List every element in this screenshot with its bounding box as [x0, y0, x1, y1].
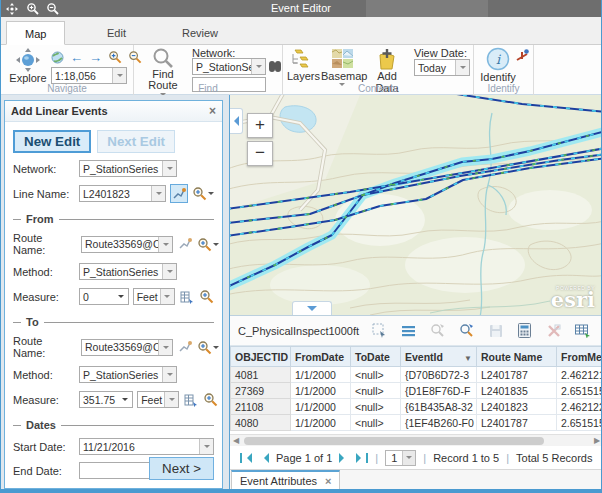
column-header[interactable]: OBJECTID: [231, 347, 291, 367]
column-header[interactable]: ToDate: [351, 347, 401, 367]
page-select-combobox[interactable]: 1: [385, 450, 416, 466]
map-zoom-in-button[interactable]: +: [247, 113, 273, 138]
explore-button[interactable]: Explore: [9, 48, 47, 84]
table-row[interactable]: 273691/1/2000<null>{D1E8F76D-FL24018352.…: [231, 383, 602, 399]
to-select-route-button[interactable]: [177, 338, 193, 357]
to-unit-combobox[interactable]: Feet: [137, 391, 179, 408]
ribbon-network-dropdown-arrow[interactable]: [251, 59, 265, 74]
pan-to-selected-icon[interactable]: [458, 322, 475, 339]
table-row[interactable]: 40811/1/2000<null>{D70B6D72-3L24017872.4…: [231, 367, 602, 383]
back-arrow-icon[interactable]: ←: [70, 51, 83, 64]
to-measure-zoom-button[interactable]: [203, 392, 218, 407]
to-zoom-menu-button[interactable]: [197, 340, 219, 355]
table-row[interactable]: 40801/1/2000<null>{1EF4B260-F0L24017872.…: [231, 415, 602, 431]
view-date-combobox[interactable]: Today: [414, 59, 470, 76]
line-name-dropdown-arrow[interactable]: [151, 186, 165, 201]
view-date-dropdown-arrow[interactable]: [455, 60, 469, 75]
show-selected-icon[interactable]: [400, 322, 417, 339]
from-route-name-combobox[interactable]: Route33569@Centb: [81, 236, 173, 253]
network-dropdown-arrow[interactable]: [162, 161, 176, 176]
new-edit-button[interactable]: New Edit: [13, 130, 91, 153]
table-cell: 27369: [231, 383, 291, 399]
to-route-name-combobox[interactable]: Route33569@Centb: [81, 339, 173, 356]
tab-edit[interactable]: Edit: [89, 21, 144, 45]
from-route-name-dropdown-arrow[interactable]: [158, 237, 172, 252]
from-zoom-menu-button[interactable]: [197, 237, 219, 252]
next-button[interactable]: Next >: [149, 457, 214, 480]
identify-route-icon[interactable]: [516, 49, 529, 62]
save-icon[interactable]: [487, 322, 504, 339]
collapse-table-button[interactable]: [292, 301, 332, 315]
map-zoom-out-button[interactable]: −: [247, 141, 273, 166]
to-pick-measure-button[interactable]: [183, 390, 199, 409]
to-measure-dropdown-arrow[interactable]: [118, 392, 132, 407]
ribbon-network-combobox[interactable]: P_StationSeries: [192, 58, 266, 75]
select-line-on-map-button[interactable]: [170, 184, 188, 203]
layers-button[interactable]: Layers: [287, 48, 317, 82]
globe-icon[interactable]: [51, 51, 64, 64]
column-header[interactable]: Route Name: [477, 347, 557, 367]
sort-arrow-icon[interactable]: ▼: [464, 354, 472, 363]
scale-dropdown-arrow[interactable]: [112, 68, 126, 83]
table-hscrollbar[interactable]: ◀ ▶: [230, 434, 602, 446]
table-cell: 2.462121: [557, 367, 602, 383]
to-method-combobox[interactable]: P_StationSeries: [79, 366, 177, 383]
ribbon-zoom-in-icon[interactable]: [108, 50, 122, 64]
tab-event-attributes[interactable]: Event Attributes ×: [231, 470, 340, 490]
identify-button[interactable]: i Identify: [480, 47, 516, 83]
prev-page-button[interactable]: [259, 453, 269, 463]
table-cell: {D70B6D72-3: [401, 367, 477, 383]
column-header[interactable]: EventId▼: [401, 347, 477, 367]
next-edit-button[interactable]: Next Edit: [97, 130, 175, 153]
line-zoom-menu-button[interactable]: [192, 186, 214, 201]
to-unit-dropdown-arrow[interactable]: [164, 392, 178, 407]
to-measure-combobox[interactable]: 351.75: [79, 391, 133, 408]
from-pick-measure-button[interactable]: [179, 287, 195, 306]
layers-label: Layers: [287, 70, 317, 82]
line-name-combobox[interactable]: L2401823: [79, 185, 166, 202]
from-measure-combobox[interactable]: 0: [79, 288, 129, 305]
delete-selected-icon[interactable]: [545, 322, 562, 339]
from-method-dropdown-arrow[interactable]: [162, 264, 176, 279]
last-page-button[interactable]: [356, 453, 368, 463]
network-combobox[interactable]: P_StationSeries: [79, 160, 177, 177]
table-row[interactable]: 211081/1/2000<null>{61B435A8-32L24018232…: [231, 399, 602, 415]
zoom-to-selected-icon[interactable]: [429, 322, 446, 339]
page-select-arrow[interactable]: [402, 451, 415, 465]
select-records-icon[interactable]: [371, 322, 388, 339]
basemap-graphics: [230, 95, 602, 315]
forward-arrow-icon[interactable]: →: [89, 51, 102, 64]
map-view[interactable]: + − POWERED BY esri: [230, 95, 602, 315]
scale-combobox[interactable]: 1:18,056: [51, 67, 127, 84]
from-method-combobox[interactable]: P_StationSeries: [79, 263, 177, 280]
table-cell: 2.462122: [557, 399, 602, 415]
from-select-route-button[interactable]: [177, 235, 193, 254]
hscroll-left-arrow[interactable]: ◀: [230, 436, 242, 446]
to-method-dropdown-arrow[interactable]: [162, 367, 176, 382]
from-measure-zoom-button[interactable]: [199, 289, 214, 304]
from-unit-combobox[interactable]: Feet: [133, 288, 175, 305]
from-measure-dropdown-arrow[interactable]: [114, 289, 128, 304]
binoculars-icon[interactable]: [268, 60, 282, 72]
tab-review[interactable]: Review: [164, 21, 236, 45]
window-title: Event Editor: [1, 2, 601, 14]
to-route-name-dropdown-arrow[interactable]: [158, 340, 172, 355]
table-cell: 1/1/2000: [291, 399, 351, 415]
tab-map[interactable]: Map: [6, 21, 65, 45]
collapse-panel-button[interactable]: [230, 108, 243, 134]
hscroll-thumb[interactable]: [244, 437, 544, 445]
export-table-icon[interactable]: [574, 322, 591, 339]
attribute-table[interactable]: OBJECTIDFromDateToDateEventId▼Route Name…: [230, 346, 602, 434]
tab-close-icon[interactable]: ×: [325, 475, 331, 487]
start-date-dropdown-arrow[interactable]: [199, 439, 213, 454]
start-date-combobox[interactable]: 11/21/2016: [79, 438, 214, 455]
first-page-button[interactable]: [240, 453, 252, 463]
line-name-value: L2401823: [80, 188, 151, 200]
hscroll-right-arrow[interactable]: ▶: [591, 436, 602, 446]
column-header[interactable]: FromMeasure: [557, 347, 602, 367]
from-unit-dropdown-arrow[interactable]: [160, 289, 174, 304]
panel-close-icon[interactable]: ×: [209, 104, 216, 118]
next-page-button[interactable]: [339, 453, 349, 463]
field-calculator-icon[interactable]: [516, 322, 533, 339]
column-header[interactable]: FromDate: [291, 347, 351, 367]
